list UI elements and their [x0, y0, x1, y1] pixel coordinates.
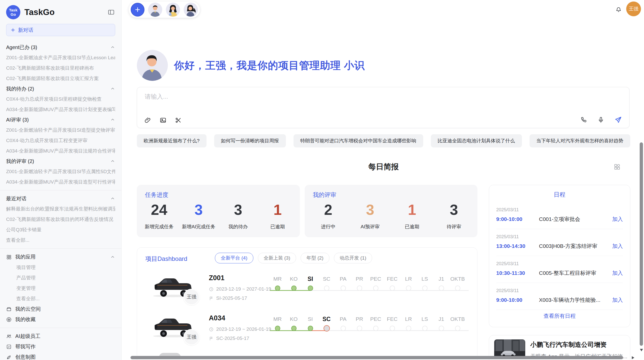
app-item-product-mgmt[interactable]: 产品管理	[6, 273, 115, 283]
tab-model-year[interactable]: 年型 (2)	[301, 253, 329, 263]
app-item-change-mgmt[interactable]: 变更管理	[6, 283, 115, 293]
agent-avatar-3[interactable]	[184, 3, 198, 17]
milestone-label: FEC	[384, 315, 400, 323]
sidebar-item[interactable]: C02-飞腾新能源轻客改款项目里程碑画布	[6, 63, 115, 73]
section-my-todo[interactable]: 我的待办 (2)	[6, 84, 115, 94]
tab-powertrain-dev[interactable]: 动总开发 (1)	[334, 253, 372, 263]
schedule-title: 日程	[489, 191, 630, 199]
recent-chat-item[interactable]: 公司Q3轻卡销量	[6, 224, 115, 235]
schedule-name: C001-立项审批会	[539, 216, 612, 223]
dashboard-title: 项目Dashboard	[145, 255, 187, 263]
stat-label: 待评审	[433, 223, 475, 230]
sidebar-item-my-apps[interactable]: 我的应用	[6, 252, 115, 262]
milestone-dot	[406, 326, 411, 331]
milestone-dot	[291, 326, 297, 331]
milestone-dot	[341, 286, 346, 291]
agent-avatar-2[interactable]	[166, 3, 180, 17]
scroll-right-arrow[interactable]	[632, 356, 634, 359]
send-icon[interactable]	[614, 116, 622, 124]
sidebar-item-help-write[interactable]: 帮我写作	[6, 341, 115, 352]
join-meeting-link[interactable]: 加入	[612, 216, 623, 223]
chevron-up-icon[interactable]	[110, 196, 115, 201]
add-conversation-button[interactable]	[131, 3, 144, 17]
suggestion-chip[interactable]: 欧洲新规最近颁布了什么?	[137, 134, 207, 147]
suggestion-chip[interactable]: 特朗普可能对进口汽车增税会对中国车企造成哪些影响	[294, 134, 423, 147]
microphone-icon[interactable]	[597, 116, 605, 124]
apps-view-all[interactable]: 查看全部...	[6, 293, 115, 304]
tab-new-platform[interactable]: 全新平台 (4)	[215, 253, 253, 263]
milestone-dot	[373, 326, 378, 331]
sidebar-item[interactable]: Z001-全新燃油轻卡产品开发项目SI节点属性5D文件评审	[6, 166, 115, 177]
agent-avatar-1[interactable]	[148, 3, 162, 17]
sidebar-collapse-icon[interactable]	[107, 8, 115, 16]
milestone-node: FEC	[384, 275, 400, 291]
milestone-dot	[308, 326, 313, 331]
sidebar-item-ai-employee[interactable]: AI超级员工	[6, 331, 115, 341]
chevron-up-icon[interactable]	[110, 254, 115, 260]
task-progress-card: 任务进度 24 新增完成任务 3 新增AI完成任务 3 我的待办 1 已逾期	[137, 185, 300, 237]
chevron-up-icon[interactable]	[110, 86, 115, 91]
briefing-layout-icon[interactable]	[613, 163, 621, 170]
recent-chat-item[interactable]: 解释最新出台的欧盟报废车法规再生塑料比例被调至15%...	[6, 204, 115, 214]
notifications-bell-icon[interactable]	[613, 4, 624, 14]
sidebar-item-creative-draw[interactable]: 创意制图	[6, 352, 115, 360]
sidebar-item[interactable]: A034-全新新能源MUV产品开发项目法规符合性评审	[6, 146, 115, 156]
message-input[interactable]	[144, 93, 501, 100]
sidebar-item[interactable]: A034-全新新能源MUV产品开发项目计划变更表编写	[6, 104, 115, 115]
app-item-project-mgmt[interactable]: 项目管理	[6, 262, 115, 273]
chevron-up-icon[interactable]	[110, 117, 115, 122]
sidebar-item[interactable]: Z001-全新燃油皮卡产品开发项目SI节点Lesson Learn报告	[6, 52, 115, 63]
milestone-node: LS	[417, 315, 433, 331]
join-meeting-link[interactable]: 加入	[612, 296, 623, 304]
sidebar-item[interactable]: Z001-全新燃油轻卡产品开发项目SI造型提交物评审	[6, 125, 115, 135]
chevron-up-icon[interactable]	[110, 159, 115, 164]
card-title: 任务进度	[145, 191, 168, 199]
milestone-node: SC	[318, 315, 335, 332]
ai-employee-label: AI超级员工	[15, 333, 40, 340]
attachment-icon[interactable]	[144, 117, 151, 124]
section-recent-chats[interactable]: 最近对话	[6, 193, 115, 204]
section-my-review[interactable]: 我的评审 (2)	[6, 156, 115, 166]
sidebar-item[interactable]: C0X4-动力总成开发项目工程变更评审	[6, 135, 115, 146]
join-meeting-link[interactable]: 加入	[612, 269, 623, 277]
view-all-schedule-link[interactable]: 查看所有日程	[489, 312, 630, 320]
milestone-node: MR	[269, 275, 286, 291]
section-agent-done[interactable]: Agent已办 (3)	[6, 42, 115, 52]
sidebar-item-cloud-space[interactable]: 我的云空间	[6, 304, 115, 314]
apps-grid-icon	[6, 254, 12, 260]
milestone-dot	[324, 286, 329, 291]
phone-call-icon[interactable]	[580, 116, 588, 124]
milestone-node: MR	[269, 315, 286, 331]
recent-chat-item[interactable]: C02-飞腾新能源轻客改款项目的闭环通告反馈情况	[6, 214, 115, 224]
sidebar-item[interactable]: C0X4-动力总成开发项目SI里程碑提交物检查	[6, 94, 115, 104]
horizontal-scrollbar-thumb[interactable]	[130, 356, 623, 359]
suggestion-chip[interactable]: 比亚迪全固态电池计划具体说了什么	[431, 134, 522, 147]
scissors-icon[interactable]	[175, 117, 182, 124]
recent-view-all[interactable]: 查看全部...	[6, 235, 115, 245]
milestone-label: SC	[318, 315, 335, 323]
section-title: AI评审 (3)	[6, 116, 29, 123]
section-ai-review[interactable]: AI评审 (3)	[6, 115, 115, 125]
vertical-scrollbar-thumb[interactable]	[640, 142, 643, 346]
new-chat-button[interactable]: 新对话	[6, 24, 115, 36]
scroll-down-arrow[interactable]	[640, 349, 643, 351]
project-row-a034[interactable]: 王强 A034 2023-12-19 ~ 2026-01-19 SC-2025-…	[137, 313, 477, 353]
suggestion-chip[interactable]: 当下年轻人对汽车外观有怎样的喜好趋势	[530, 134, 630, 147]
sidebar-item-favorites[interactable]: 我的收藏	[6, 314, 115, 325]
chevron-up-icon[interactable]	[110, 45, 115, 50]
milestone-dot	[275, 286, 280, 291]
schedule-name: C003|H0B-方案冻结评审	[539, 243, 612, 250]
suggestion-chip[interactable]: 如何写一份清晰的项目周报	[214, 134, 286, 147]
sidebar-item[interactable]: A034-全新新能源MUV产品开发项目造型可行性评审	[6, 177, 115, 187]
project-row-z001[interactable]: 王强 Z001 2023-12-19 ~ 2027-01-19 SI-2025-…	[137, 273, 477, 313]
milestone-label: PR	[351, 315, 368, 323]
join-meeting-link[interactable]: 加入	[612, 243, 623, 250]
tab-new-upfit[interactable]: 全新上装 (3)	[258, 253, 296, 263]
owner-name: 王强	[187, 334, 196, 340]
image-icon[interactable]	[159, 117, 167, 124]
date-range: 2023-12-19 ~ 2027-01-19	[216, 286, 271, 292]
plus-icon	[134, 6, 141, 13]
section-title: 我的待办 (2)	[6, 85, 34, 92]
user-avatar[interactable]: 王强	[626, 2, 641, 16]
sidebar-item[interactable]: C02-飞腾新能源轻客改款项目立项汇报方案	[6, 73, 115, 84]
